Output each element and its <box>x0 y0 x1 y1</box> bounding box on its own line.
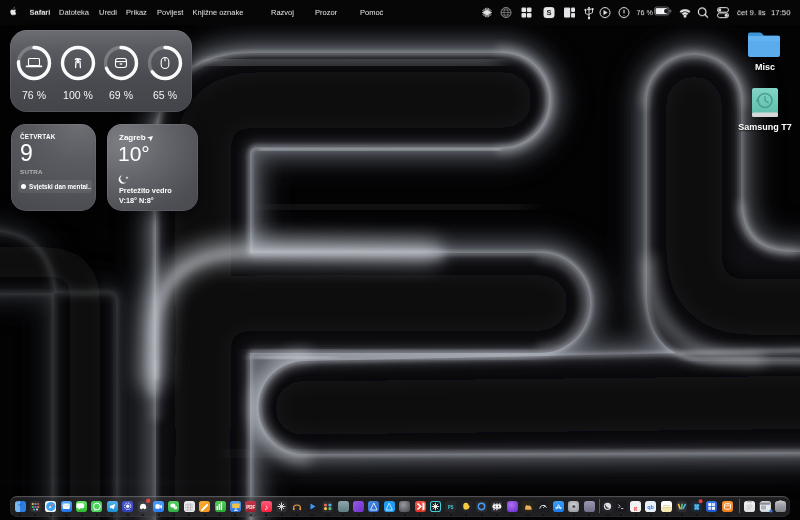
svg-text:PDF: PDF <box>246 505 255 510</box>
svg-text:g: g <box>634 504 638 512</box>
svg-text:PS: PS <box>448 505 454 510</box>
svg-text:qb: qb <box>647 504 654 510</box>
svg-text:♪: ♪ <box>264 503 268 512</box>
